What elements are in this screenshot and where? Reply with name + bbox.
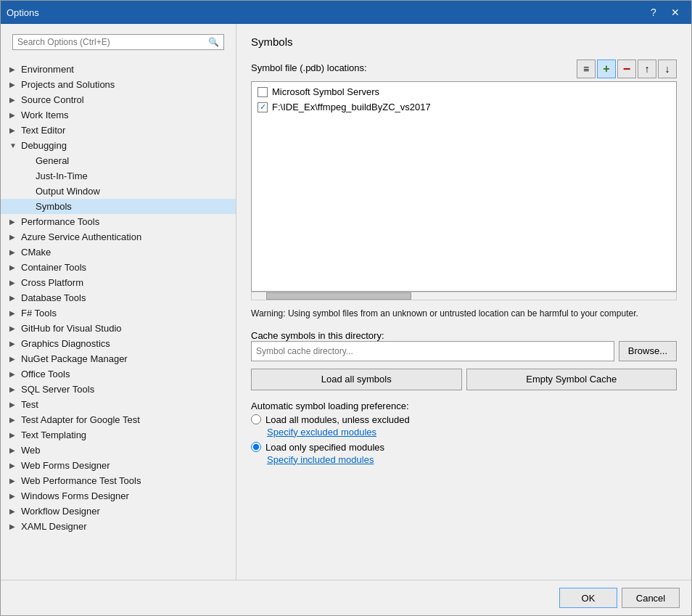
left-panel: 🔍 ▶Environment▶Projects and Solutions▶So… (1, 24, 236, 580)
tree-item[interactable]: ▶CMake (1, 245, 236, 260)
add-icon: + (603, 62, 609, 75)
right-panel: Symbols Symbol file (.pdb) locations: ≡ … (236, 24, 691, 580)
radio-row: Load only specified modules (251, 442, 677, 453)
tree-item[interactable]: ▶Workflow Designer (1, 504, 236, 519)
tree-item[interactable]: ▶Test Adapter for Google Test (1, 412, 236, 427)
expand-arrow-icon: ▶ (9, 233, 18, 241)
tree-item-label: Cross Platform (21, 277, 83, 288)
tree-item[interactable]: ▶Text Templating (1, 427, 236, 443)
cache-label: Cache symbols in this directory: (251, 330, 677, 341)
expand-arrow-icon: ▶ (9, 446, 18, 454)
tree-item-label: Source Control (21, 94, 84, 105)
expand-arrow-icon: ▶ (9, 340, 18, 348)
tree-item-label: Projects and Solutions (21, 79, 115, 90)
tree-item[interactable]: ▶Database Tools (1, 290, 236, 305)
tree-item[interactable]: ▶Web Forms Designer (1, 458, 236, 473)
tree-item[interactable]: ▶NuGet Package Manager (1, 351, 236, 366)
tree-item[interactable]: Output Window (1, 184, 236, 199)
radio-link-0[interactable]: Specify excluded modules (267, 427, 677, 438)
radio-group: Load all modules, unless excludedSpecify… (251, 414, 677, 465)
down-arrow-icon: ↓ (665, 63, 670, 75)
tree-item[interactable]: ▶Environment (1, 62, 236, 77)
tree-item-label: Windows Forms Designer (21, 490, 129, 501)
tree-item[interactable]: ▶Azure Service Authentication (1, 229, 236, 245)
remove-icon: − (623, 62, 631, 77)
tree-item[interactable]: ▶Source Control (1, 92, 236, 107)
tree-item[interactable]: ▶Test (1, 397, 236, 412)
dialog-content: 🔍 ▶Environment▶Projects and Solutions▶So… (1, 24, 691, 580)
list-view-button[interactable]: ≡ (577, 59, 596, 78)
tree-item[interactable]: ▶Text Editor (1, 123, 236, 138)
tree-item-label: CMake (21, 247, 51, 258)
tree-item[interactable]: Just-In-Time (1, 168, 236, 184)
tree-item-label: Text Templating (21, 430, 86, 440)
search-box[interactable]: 🔍 (12, 34, 224, 50)
tree-item[interactable]: ▶Work Items (1, 107, 236, 123)
tree-item[interactable]: ▶Performance Tools (1, 214, 236, 229)
tree-item[interactable]: ▶Cross Platform (1, 275, 236, 290)
expand-arrow-icon: ▶ (9, 492, 18, 500)
tree-item[interactable]: ▶Graphics Diagnostics (1, 336, 236, 351)
tree-item[interactable]: Symbols (1, 199, 236, 214)
move-down-button[interactable]: ↓ (658, 59, 677, 78)
tree-item-label: GitHub for Visual Studio (21, 323, 122, 334)
tree-item[interactable]: ▶Web Performance Test Tools (1, 473, 236, 488)
tree-item-label: Text Editor (21, 125, 65, 136)
tree-item-label: Test (21, 399, 38, 410)
cache-directory-input[interactable] (251, 341, 614, 361)
location-item[interactable]: F:\IDE_Ex\ffmpeg_buildByZC_vs2017 (255, 100, 673, 114)
radio-item: Load only specified modulesSpecify inclu… (251, 442, 677, 465)
tree-item[interactable]: ▶F# Tools (1, 305, 236, 321)
radio-option-1[interactable] (251, 442, 261, 452)
tree-item[interactable]: ▶XAML Designer (1, 519, 236, 534)
up-arrow-icon: ↑ (645, 63, 650, 75)
tree-item[interactable]: ▶Container Tools (1, 260, 236, 275)
expand-arrow-icon: ▶ (9, 385, 18, 393)
tree-item-label: Output Window (36, 186, 100, 197)
title-bar: Options ? ✕ (1, 1, 691, 24)
auto-loading-label: Automatic symbol loading preference: (251, 401, 677, 411)
browse-button[interactable]: Browse... (619, 341, 677, 361)
remove-location-button[interactable]: − (617, 59, 636, 78)
tree-item-label: SQL Server Tools (21, 384, 94, 395)
expand-arrow-icon: ▶ (9, 324, 18, 332)
tree-item[interactable]: ▼Debugging (1, 138, 236, 153)
location-checkbox[interactable] (258, 102, 268, 112)
tree-item-label: NuGet Package Manager (21, 353, 128, 364)
expand-arrow-icon: ▶ (9, 401, 18, 408)
horizontal-scrollbar[interactable] (251, 292, 677, 300)
help-button[interactable]: ? (643, 4, 664, 20)
location-checkbox[interactable] (258, 87, 268, 97)
empty-symbol-cache-button[interactable]: Empty Symbol Cache (466, 369, 677, 390)
expand-arrow-icon: ▶ (9, 218, 18, 226)
locations-label: Symbol file (.pdb) locations: (251, 62, 367, 73)
expand-arrow-icon: ▶ (9, 431, 18, 439)
tree-item[interactable]: ▶SQL Server Tools (1, 382, 236, 397)
tree-item[interactable]: ▶Office Tools (1, 366, 236, 382)
radio-link-1[interactable]: Specify included modules (267, 454, 677, 465)
expand-arrow-icon: ▶ (9, 355, 18, 363)
tree-item-label: Work Items (21, 110, 69, 120)
tree-item[interactable]: General (1, 153, 236, 168)
load-all-symbols-button[interactable]: Load all symbols (251, 369, 462, 390)
location-item[interactable]: Microsoft Symbol Servers (255, 85, 673, 99)
expand-arrow-icon: ▶ (9, 416, 18, 424)
radio-option-0[interactable] (251, 414, 261, 424)
radio-label: Load only specified modules (265, 442, 384, 453)
tree-item[interactable]: ▶Projects and Solutions (1, 77, 236, 92)
ok-button[interactable]: OK (559, 588, 617, 608)
cancel-button[interactable]: Cancel (622, 588, 680, 608)
title-bar-controls: ? ✕ (643, 4, 685, 20)
expand-arrow-icon: ▶ (9, 111, 18, 119)
expand-arrow-icon: ▶ (9, 477, 18, 485)
tree-item[interactable]: ▶GitHub for Visual Studio (1, 321, 236, 336)
tree-item[interactable]: ▶Web (1, 443, 236, 458)
add-location-button[interactable]: + (597, 59, 616, 78)
move-up-button[interactable]: ↑ (638, 59, 656, 78)
search-input[interactable] (17, 37, 208, 47)
radio-label: Load all modules, unless excluded (265, 414, 410, 425)
tree-item-label: Test Adapter for Google Test (21, 414, 140, 425)
tree-item[interactable]: ▶Windows Forms Designer (1, 488, 236, 504)
close-button[interactable]: ✕ (665, 4, 685, 20)
tree-item-label: Debugging (21, 140, 67, 151)
